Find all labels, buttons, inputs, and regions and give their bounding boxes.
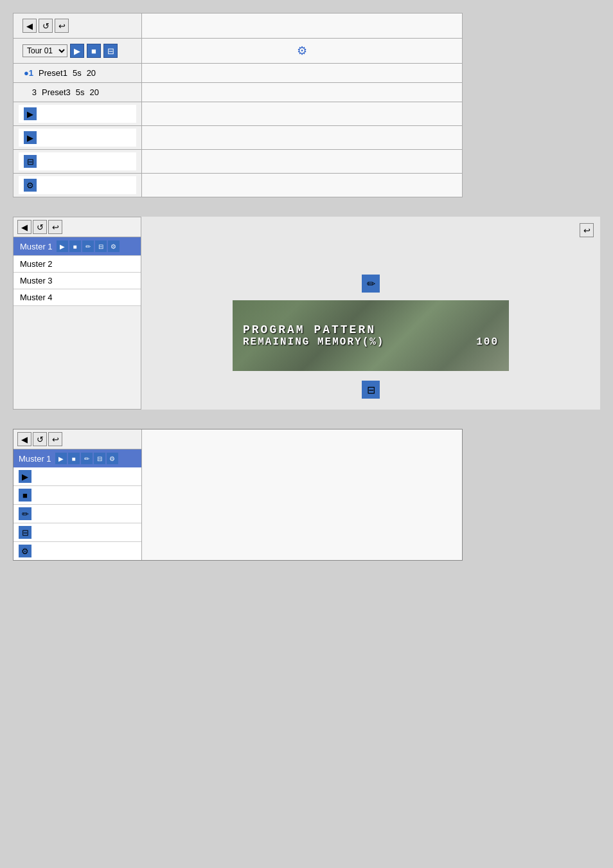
bottom-muster-label: Muster 1 [19, 454, 51, 464]
tour-select-area: Tour 01Tour 02Tour 03 ▶ ■ ⊟ [19, 41, 136, 60]
preset1-number: ●1 [24, 68, 33, 78]
bottom-refresh-icon[interactable]: ↺ [33, 432, 47, 446]
preset1-name: Preset1 [39, 68, 67, 78]
muster-4-label: Muster 4 [20, 293, 53, 302]
muster-config-icon[interactable]: ↩ [48, 220, 62, 234]
muster-item-2[interactable]: Muster 2 [13, 256, 141, 273]
tour-left-toolbar: ◀ ↺ ↩ [13, 14, 142, 39]
tour-preset1-row: ●1 Preset1 5s 20 [13, 64, 463, 83]
muster-item-3[interactable]: Muster 3 [13, 273, 141, 289]
muster-right-config-btn[interactable]: ↩ [580, 223, 594, 237]
muster-item-1[interactable]: Muster 1 ▶ ■ ✏ ⊟ ⚙ [13, 237, 141, 256]
tour-preset2: 3 Preset3 5s 20 [19, 86, 136, 99]
bottom-muster-stop-icon[interactable]: ■ [68, 453, 80, 464]
tour-stop-btn[interactable]: ■ [87, 44, 101, 58]
bottom-row-edit: ✏ [13, 505, 141, 523]
tour-gear-icon[interactable]: ⚙ [147, 44, 457, 58]
bottom-row-save-icon[interactable]: ⊟ [19, 526, 31, 539]
tour-stop-cell: ▶ [13, 126, 142, 150]
tour-config-icon[interactable]: ↩ [55, 19, 69, 33]
tour-gear-row: ⚙ [19, 176, 136, 194]
muster-edit-icon[interactable]: ✏ [362, 275, 380, 293]
muster-right-config-icon[interactable]: ↩ [580, 223, 594, 237]
tour-select-cell: Tour 01Tour 02Tour 03 ▶ ■ ⊟ [13, 39, 142, 64]
bottom-muster-gear-icon[interactable]: ⚙ [107, 453, 118, 464]
tour-gear-cell: ⚙ [13, 174, 142, 197]
muster-item-4[interactable]: Muster 4 [13, 289, 141, 306]
remaining-memory-value: 100 [476, 336, 499, 348]
bottom-row-gear-icon[interactable]: ⚙ [19, 545, 31, 557]
row-gear-icon[interactable]: ⚙ [24, 179, 37, 192]
tour-play-btn[interactable]: ▶ [70, 44, 84, 58]
tour-arrow-icon[interactable]: ◀ [22, 19, 37, 33]
muster-3-label: Muster 3 [20, 276, 53, 285]
tour-section: ◀ ↺ ↩ Tour 01Tour 02Tour 03 ▶ ■ ⊟ ⚙ [13, 13, 600, 197]
muster-2-label: Muster 2 [20, 259, 53, 269]
tour-row-gear: ⚙ [13, 174, 463, 197]
tour-save-cell: ⊟ [13, 150, 142, 174]
tour-gear-right [142, 174, 463, 197]
preset2-name: Preset3 [42, 87, 71, 97]
program-pattern-box: PROGRAM PATTERN REMAINING MEMORY(%) 100 [233, 300, 509, 371]
muster-edit-btn[interactable]: ✏ [362, 275, 380, 293]
muster1-gear-icon[interactable]: ⚙ [108, 240, 120, 252]
bottom-muster-play-icon[interactable]: ▶ [55, 453, 67, 464]
row-save-icon[interactable]: ⊟ [24, 155, 37, 168]
tour-toolbar: ◀ ↺ ↩ [19, 16, 136, 35]
tour-save-right [142, 150, 463, 174]
tour-right-empty-toolbar [142, 14, 463, 39]
bottom-row-edit-icon[interactable]: ✏ [19, 507, 31, 520]
muster-save-btn[interactable]: ⊟ [362, 381, 380, 399]
tour-preset1: ●1 Preset1 5s 20 [19, 66, 136, 80]
bottom-muster-active-row[interactable]: Muster 1 ▶ ■ ✏ ⊟ ⚙ [13, 449, 141, 467]
muster-arrow-icon[interactable]: ◀ [17, 220, 31, 234]
tour-play-right [142, 102, 463, 126]
row-play-icon[interactable]: ▶ [24, 107, 37, 120]
remaining-memory-label: REMAINING MEMORY(%) [243, 336, 384, 348]
muster-refresh-icon[interactable]: ↺ [33, 220, 47, 234]
tour-preset1-right [142, 64, 463, 83]
tour-refresh-icon[interactable]: ↺ [39, 19, 53, 33]
tour-save-row: ⊟ [19, 152, 136, 170]
tour-save-btn[interactable]: ⊟ [103, 44, 118, 58]
muster1-edit-icon[interactable]: ✏ [82, 240, 94, 252]
muster-save-icon[interactable]: ⊟ [362, 381, 380, 399]
bottom-row-gear: ⚙ [13, 542, 141, 560]
muster-right-panel: ↩ ✏ PROGRAM PATTERN REMAINING MEMORY(%) … [141, 217, 600, 410]
tour-play-row: ▶ [19, 105, 136, 123]
tour-play-cell: ▶ [13, 102, 142, 126]
program-pattern-label: PROGRAM PATTERN [243, 323, 499, 336]
muster-section: ◀ ↺ ↩ Muster 1 ▶ ■ ✏ ⊟ ⚙ Muster 2 Muster… [13, 217, 600, 410]
tour-row-play: ▶ [13, 102, 463, 126]
bottom-muster-edit-icon[interactable]: ✏ [81, 453, 93, 464]
tour-panel-table: ◀ ↺ ↩ Tour 01Tour 02Tour 03 ▶ ■ ⊟ ⚙ [13, 13, 463, 197]
bottom-toolbar: ◀ ↺ ↩ [13, 429, 141, 449]
tour-toolbar-row: ◀ ↺ ↩ [13, 14, 463, 39]
bottom-row-play-icon[interactable]: ▶ [19, 470, 31, 483]
tour-dropdown[interactable]: Tour 01Tour 02Tour 03 [22, 44, 67, 57]
bottom-config-icon[interactable]: ↩ [48, 432, 62, 446]
tour-row-stop: ▶ [13, 126, 463, 150]
tour-select-row: Tour 01Tour 02Tour 03 ▶ ■ ⊟ ⚙ [13, 39, 463, 64]
row-stop-icon[interactable]: ▶ [24, 131, 37, 144]
bottom-row-play: ▶ [13, 467, 141, 486]
muster-list-panel: ◀ ↺ ↩ Muster 1 ▶ ■ ✏ ⊟ ⚙ Muster 2 Muster… [13, 217, 141, 410]
program-pattern-text: PROGRAM PATTERN REMAINING MEMORY(%) 100 [233, 318, 509, 353]
tour-stop-row: ▶ [19, 129, 136, 147]
muster1-stop-icon[interactable]: ■ [69, 240, 81, 252]
bottom-panel: ◀ ↺ ↩ Muster 1 ▶ ■ ✏ ⊟ ⚙ ▶ ■ [13, 429, 463, 561]
bottom-row-stop-icon[interactable]: ■ [19, 489, 31, 502]
muster1-save-icon[interactable]: ⊟ [95, 240, 107, 252]
muster-1-icons: ▶ ■ ✏ ⊟ ⚙ [57, 240, 120, 252]
remaining-memory-row: REMAINING MEMORY(%) 100 [243, 336, 499, 348]
bottom-arrow-icon[interactable]: ◀ [17, 432, 31, 446]
muster1-play-icon[interactable]: ▶ [57, 240, 68, 252]
bottom-muster-save-icon[interactable]: ⊟ [94, 453, 105, 464]
tour-preset2-right [142, 83, 463, 102]
tour-preset2-cell: 3 Preset3 5s 20 [13, 83, 142, 102]
bottom-row-stop: ■ [13, 486, 141, 505]
preset2-zoom: 20 [90, 87, 99, 97]
muster-1-label: Muster 1 [20, 242, 53, 251]
tour-row-save: ⊟ [13, 150, 463, 174]
muster-control-section: ◀ ↺ ↩ Muster 1 ▶ ■ ✏ ⊟ ⚙ ▶ ■ [13, 429, 600, 561]
